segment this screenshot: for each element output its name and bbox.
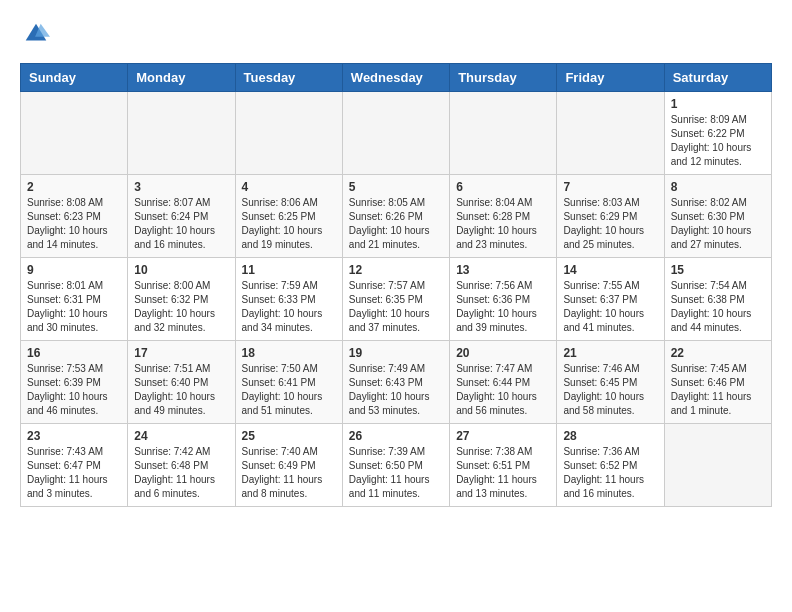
week-row-2: 9Sunrise: 8:01 AM Sunset: 6:31 PM Daylig… [21, 258, 772, 341]
logo [20, 20, 50, 53]
calendar-cell: 20Sunrise: 7:47 AM Sunset: 6:44 PM Dayli… [450, 341, 557, 424]
calendar-cell: 21Sunrise: 7:46 AM Sunset: 6:45 PM Dayli… [557, 341, 664, 424]
calendar-cell: 27Sunrise: 7:38 AM Sunset: 6:51 PM Dayli… [450, 424, 557, 507]
day-info: Sunrise: 7:38 AM Sunset: 6:51 PM Dayligh… [456, 445, 550, 501]
day-number: 27 [456, 429, 550, 443]
day-info: Sunrise: 7:53 AM Sunset: 6:39 PM Dayligh… [27, 362, 121, 418]
calendar-cell: 25Sunrise: 7:40 AM Sunset: 6:49 PM Dayli… [235, 424, 342, 507]
week-row-0: 1Sunrise: 8:09 AM Sunset: 6:22 PM Daylig… [21, 92, 772, 175]
day-info: Sunrise: 7:39 AM Sunset: 6:50 PM Dayligh… [349, 445, 443, 501]
calendar-cell: 7Sunrise: 8:03 AM Sunset: 6:29 PM Daylig… [557, 175, 664, 258]
day-number: 2 [27, 180, 121, 194]
calendar-cell [21, 92, 128, 175]
calendar-cell: 19Sunrise: 7:49 AM Sunset: 6:43 PM Dayli… [342, 341, 449, 424]
day-number: 3 [134, 180, 228, 194]
calendar-cell: 16Sunrise: 7:53 AM Sunset: 6:39 PM Dayli… [21, 341, 128, 424]
calendar-cell: 5Sunrise: 8:05 AM Sunset: 6:26 PM Daylig… [342, 175, 449, 258]
calendar-cell: 24Sunrise: 7:42 AM Sunset: 6:48 PM Dayli… [128, 424, 235, 507]
day-number: 23 [27, 429, 121, 443]
weekday-header-wednesday: Wednesday [342, 64, 449, 92]
day-info: Sunrise: 7:40 AM Sunset: 6:49 PM Dayligh… [242, 445, 336, 501]
day-info: Sunrise: 7:45 AM Sunset: 6:46 PM Dayligh… [671, 362, 765, 418]
weekday-header-sunday: Sunday [21, 64, 128, 92]
day-number: 18 [242, 346, 336, 360]
day-info: Sunrise: 7:46 AM Sunset: 6:45 PM Dayligh… [563, 362, 657, 418]
week-row-1: 2Sunrise: 8:08 AM Sunset: 6:23 PM Daylig… [21, 175, 772, 258]
calendar-cell: 2Sunrise: 8:08 AM Sunset: 6:23 PM Daylig… [21, 175, 128, 258]
calendar-cell: 9Sunrise: 8:01 AM Sunset: 6:31 PM Daylig… [21, 258, 128, 341]
day-info: Sunrise: 7:42 AM Sunset: 6:48 PM Dayligh… [134, 445, 228, 501]
day-number: 26 [349, 429, 443, 443]
calendar-cell [342, 92, 449, 175]
day-info: Sunrise: 7:54 AM Sunset: 6:38 PM Dayligh… [671, 279, 765, 335]
calendar-cell: 10Sunrise: 8:00 AM Sunset: 6:32 PM Dayli… [128, 258, 235, 341]
day-info: Sunrise: 8:02 AM Sunset: 6:30 PM Dayligh… [671, 196, 765, 252]
day-info: Sunrise: 8:01 AM Sunset: 6:31 PM Dayligh… [27, 279, 121, 335]
calendar-cell: 8Sunrise: 8:02 AM Sunset: 6:30 PM Daylig… [664, 175, 771, 258]
day-info: Sunrise: 8:04 AM Sunset: 6:28 PM Dayligh… [456, 196, 550, 252]
calendar-cell: 15Sunrise: 7:54 AM Sunset: 6:38 PM Dayli… [664, 258, 771, 341]
day-info: Sunrise: 7:51 AM Sunset: 6:40 PM Dayligh… [134, 362, 228, 418]
calendar-cell: 13Sunrise: 7:56 AM Sunset: 6:36 PM Dayli… [450, 258, 557, 341]
calendar-cell [664, 424, 771, 507]
day-info: Sunrise: 7:47 AM Sunset: 6:44 PM Dayligh… [456, 362, 550, 418]
day-number: 14 [563, 263, 657, 277]
calendar-cell: 11Sunrise: 7:59 AM Sunset: 6:33 PM Dayli… [235, 258, 342, 341]
day-info: Sunrise: 7:57 AM Sunset: 6:35 PM Dayligh… [349, 279, 443, 335]
weekday-header-thursday: Thursday [450, 64, 557, 92]
day-number: 7 [563, 180, 657, 194]
day-info: Sunrise: 7:49 AM Sunset: 6:43 PM Dayligh… [349, 362, 443, 418]
day-number: 25 [242, 429, 336, 443]
calendar-cell [235, 92, 342, 175]
day-number: 11 [242, 263, 336, 277]
calendar-cell: 14Sunrise: 7:55 AM Sunset: 6:37 PM Dayli… [557, 258, 664, 341]
week-row-4: 23Sunrise: 7:43 AM Sunset: 6:47 PM Dayli… [21, 424, 772, 507]
day-info: Sunrise: 7:56 AM Sunset: 6:36 PM Dayligh… [456, 279, 550, 335]
day-number: 4 [242, 180, 336, 194]
day-number: 5 [349, 180, 443, 194]
calendar-cell [557, 92, 664, 175]
day-number: 28 [563, 429, 657, 443]
day-info: Sunrise: 7:55 AM Sunset: 6:37 PM Dayligh… [563, 279, 657, 335]
calendar-cell: 26Sunrise: 7:39 AM Sunset: 6:50 PM Dayli… [342, 424, 449, 507]
calendar-cell: 4Sunrise: 8:06 AM Sunset: 6:25 PM Daylig… [235, 175, 342, 258]
day-info: Sunrise: 8:06 AM Sunset: 6:25 PM Dayligh… [242, 196, 336, 252]
calendar-cell: 22Sunrise: 7:45 AM Sunset: 6:46 PM Dayli… [664, 341, 771, 424]
day-info: Sunrise: 8:03 AM Sunset: 6:29 PM Dayligh… [563, 196, 657, 252]
calendar-cell: 1Sunrise: 8:09 AM Sunset: 6:22 PM Daylig… [664, 92, 771, 175]
weekday-header-monday: Monday [128, 64, 235, 92]
calendar-cell: 12Sunrise: 7:57 AM Sunset: 6:35 PM Dayli… [342, 258, 449, 341]
day-info: Sunrise: 8:09 AM Sunset: 6:22 PM Dayligh… [671, 113, 765, 169]
day-number: 17 [134, 346, 228, 360]
day-number: 24 [134, 429, 228, 443]
day-number: 22 [671, 346, 765, 360]
day-info: Sunrise: 7:36 AM Sunset: 6:52 PM Dayligh… [563, 445, 657, 501]
calendar-cell: 3Sunrise: 8:07 AM Sunset: 6:24 PM Daylig… [128, 175, 235, 258]
calendar-cell: 17Sunrise: 7:51 AM Sunset: 6:40 PM Dayli… [128, 341, 235, 424]
calendar-cell: 23Sunrise: 7:43 AM Sunset: 6:47 PM Dayli… [21, 424, 128, 507]
day-number: 15 [671, 263, 765, 277]
day-number: 21 [563, 346, 657, 360]
day-number: 1 [671, 97, 765, 111]
day-number: 8 [671, 180, 765, 194]
day-number: 19 [349, 346, 443, 360]
day-info: Sunrise: 8:07 AM Sunset: 6:24 PM Dayligh… [134, 196, 228, 252]
calendar-cell: 18Sunrise: 7:50 AM Sunset: 6:41 PM Dayli… [235, 341, 342, 424]
day-info: Sunrise: 7:50 AM Sunset: 6:41 PM Dayligh… [242, 362, 336, 418]
day-info: Sunrise: 8:05 AM Sunset: 6:26 PM Dayligh… [349, 196, 443, 252]
day-info: Sunrise: 8:08 AM Sunset: 6:23 PM Dayligh… [27, 196, 121, 252]
day-number: 10 [134, 263, 228, 277]
weekday-header-row: SundayMondayTuesdayWednesdayThursdayFrid… [21, 64, 772, 92]
day-number: 16 [27, 346, 121, 360]
day-number: 13 [456, 263, 550, 277]
weekday-header-friday: Friday [557, 64, 664, 92]
logo-icon [22, 20, 50, 48]
header [20, 20, 772, 53]
day-info: Sunrise: 7:43 AM Sunset: 6:47 PM Dayligh… [27, 445, 121, 501]
calendar-cell [128, 92, 235, 175]
week-row-3: 16Sunrise: 7:53 AM Sunset: 6:39 PM Dayli… [21, 341, 772, 424]
day-number: 20 [456, 346, 550, 360]
day-number: 9 [27, 263, 121, 277]
day-info: Sunrise: 7:59 AM Sunset: 6:33 PM Dayligh… [242, 279, 336, 335]
calendar-cell: 6Sunrise: 8:04 AM Sunset: 6:28 PM Daylig… [450, 175, 557, 258]
